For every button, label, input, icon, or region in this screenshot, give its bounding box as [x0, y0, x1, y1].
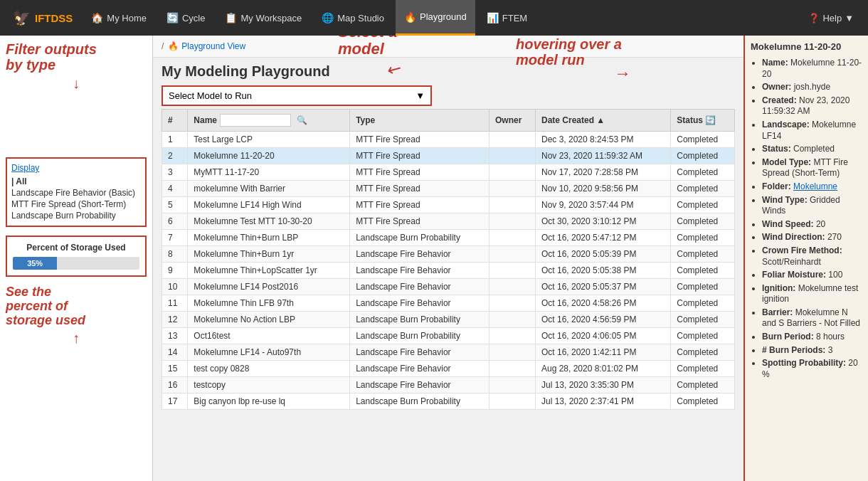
- metadata-item: Foliar Moisture: 100: [762, 270, 862, 281]
- table-row[interactable]: 16 testcopy Landscape Fire Behavior Jul …: [162, 377, 735, 393]
- cell-name[interactable]: Mokelumne No Action LBP: [188, 312, 350, 328]
- cell-name[interactable]: testcopy: [188, 377, 350, 393]
- cell-type: Landscape Fire Behavior: [350, 246, 489, 263]
- page-header: My Modeling Playground Select amodel ↙ V…: [153, 58, 743, 109]
- help-menu[interactable]: ❓ Help ▼: [800, 0, 862, 36]
- cell-name[interactable]: Mokelumne Thin LFB 97th: [188, 295, 350, 312]
- mapstudio-icon: 🌐: [322, 12, 334, 23]
- cell-status: Completed: [671, 197, 735, 213]
- table-row[interactable]: 7 Mokelumne Thin+Burn LBP Landscape Burn…: [162, 230, 735, 246]
- top-navigation: 🦅 IFTDSS 🏠 My Home 🔄 Cycle 📋 My Workspac…: [0, 0, 868, 36]
- nav-item-workspace[interactable]: 📋 My Workspace: [216, 0, 310, 36]
- cell-date: Oct 16, 2020 5:05:37 PM: [535, 279, 670, 295]
- table-row[interactable]: 15 test copy 0828 Landscape Fire Behavio…: [162, 361, 735, 377]
- col-date[interactable]: Date Created ▲: [535, 110, 670, 132]
- cell-name[interactable]: mokelumne With Barrier: [188, 181, 350, 197]
- table-row[interactable]: 10 Mokelumne LF14 Post2016 Landscape Fir…: [162, 279, 735, 295]
- cell-name[interactable]: Mokelumne LF14 High Wind: [188, 197, 350, 213]
- nav-workspace-label: My Workspace: [240, 13, 302, 23]
- metadata-value: 8 hours: [816, 332, 845, 342]
- workspace-icon: 📋: [225, 12, 237, 23]
- cell-name[interactable]: Mokelumne LF14 - Auto97th: [188, 344, 350, 361]
- cell-status: Completed: [671, 279, 735, 295]
- content-area: / 🔥 Playground View My Modeling Playgrou…: [153, 36, 743, 481]
- cell-name[interactable]: test copy 0828: [188, 361, 350, 377]
- table-row[interactable]: 13 Oct16test Landscape Burn Probability …: [162, 328, 735, 344]
- cell-name[interactable]: Mokelumne Test MTT 10-30-20: [188, 213, 350, 230]
- metadata-value: Completed: [793, 144, 835, 154]
- metadata-value: 100: [828, 270, 842, 280]
- filter-mtt[interactable]: MTT Fire Spread (Short-Term): [11, 199, 141, 210]
- table-row[interactable]: 11 Mokelumne Thin LFB 97th Landscape Fir…: [162, 295, 735, 312]
- home-icon: 🏠: [91, 12, 103, 23]
- cell-name[interactable]: Mokelumne Thin+LopScatter 1yr: [188, 263, 350, 279]
- metadata-item: Model Type: MTT Fire Spread (Short-Term): [762, 157, 862, 179]
- metadata-item: Burn Period: 8 hours: [762, 332, 862, 343]
- metadata-item: Wind Speed: 20: [762, 219, 862, 231]
- table-row[interactable]: 1 Test Large LCP MTT Fire Spread Dec 3, …: [162, 132, 735, 148]
- cell-type: MTT Fire Spread: [350, 164, 489, 181]
- table-row[interactable]: 6 Mokelumne Test MTT 10-30-20 MTT Fire S…: [162, 213, 735, 230]
- model-select-dropdown[interactable]: Select Model to Run ▼: [162, 85, 432, 106]
- filter-all[interactable]: | All: [11, 176, 141, 187]
- table-row[interactable]: 2 Mokelumne 11-20-20 MTT Fire Spread Nov…: [162, 148, 735, 164]
- nav-item-playground[interactable]: 🔥 Playground: [396, 0, 475, 36]
- metadata-item: # Burn Periods: 3: [762, 345, 862, 356]
- display-filter-box: Display | All Landscape Fire Behavior (B…: [6, 157, 147, 227]
- cell-name[interactable]: Big canyon lbp re-use lq: [188, 393, 350, 410]
- cell-type: Landscape Burn Probability: [350, 230, 489, 246]
- table-row[interactable]: 12 Mokelumne No Action LBP Landscape Bur…: [162, 312, 735, 328]
- table-row[interactable]: 17 Big canyon lbp re-use lq Landscape Bu…: [162, 393, 735, 410]
- cell-name[interactable]: MyMTT 11-17-20: [188, 164, 350, 181]
- nav-playground-label: Playground: [420, 11, 467, 22]
- metadata-item: Spotting Probability: 20 %: [762, 358, 862, 380]
- logo[interactable]: 🦅 IFTDSS: [6, 9, 80, 26]
- cell-type: Landscape Burn Probability: [350, 393, 489, 410]
- col-name[interactable]: Name 🔍: [188, 110, 350, 132]
- table-row[interactable]: 3 MyMTT 11-17-20 MTT Fire Spread Nov 17,…: [162, 164, 735, 181]
- cell-type: Landscape Fire Behavior: [350, 377, 489, 393]
- name-search-icon[interactable]: 🔍: [297, 115, 307, 125]
- table-row[interactable]: 5 Mokelumne LF14 High Wind MTT Fire Spre…: [162, 197, 735, 213]
- folder-link[interactable]: Mokelumne: [793, 181, 837, 191]
- breadcrumb: / 🔥 Playground View: [153, 36, 743, 58]
- nav-item-mapstudio[interactable]: 🌐 Map Studio: [313, 0, 393, 36]
- cell-owner: [489, 213, 535, 230]
- cell-date: Jul 13, 2020 3:35:30 PM: [535, 377, 670, 393]
- name-search-input[interactable]: [220, 114, 291, 127]
- cell-date: Jul 13, 2020 2:37:41 PM: [535, 393, 670, 410]
- nav-ftem-label: FTEM: [502, 13, 527, 23]
- table-row[interactable]: 4 mokelumne With Barrier MTT Fire Spread…: [162, 181, 735, 197]
- breadcrumb-playground-link[interactable]: 🔥 Playground View: [168, 41, 245, 51]
- model-select-label: Select Model to Run: [169, 90, 252, 101]
- col-owner: Owner: [489, 110, 535, 132]
- metadata-item: Name: Mokelumne 11-20-20: [762, 58, 862, 80]
- cell-status: Completed: [671, 344, 735, 361]
- nav-item-cycle[interactable]: 🔄 Cycle: [158, 0, 214, 36]
- table-row[interactable]: 9 Mokelumne Thin+LopScatter 1yr Landscap…: [162, 263, 735, 279]
- cell-name[interactable]: Mokelumne Thin+Burn 1yr: [188, 246, 350, 263]
- cell-status: Completed: [671, 312, 735, 328]
- right-panel-title: Mokelumne 11-20-20: [751, 41, 862, 52]
- refresh-icon[interactable]: 🔄: [705, 115, 716, 125]
- cell-status: Completed: [671, 148, 735, 164]
- nav-item-ftem[interactable]: 📊 FTEM: [478, 0, 536, 36]
- metadata-label: Owner:: [762, 82, 791, 92]
- cell-owner: [489, 377, 535, 393]
- cell-num: 2: [162, 148, 188, 164]
- nav-item-home[interactable]: 🏠 My Home: [83, 0, 155, 36]
- cell-name[interactable]: Mokelumne Thin+Burn LBP: [188, 230, 350, 246]
- metadata-label: Foliar Moisture:: [762, 270, 826, 280]
- cell-num: 3: [162, 164, 188, 181]
- filter-lfb[interactable]: Landscape Fire Behavior (Basic): [11, 187, 141, 199]
- table-row[interactable]: 14 Mokelumne LF14 - Auto97th Landscape F…: [162, 344, 735, 361]
- cell-name[interactable]: Oct16test: [188, 328, 350, 344]
- cell-name[interactable]: Mokelumne LF14 Post2016: [188, 279, 350, 295]
- filter-lbp[interactable]: Landscape Burn Probability: [11, 210, 141, 221]
- metadata-label: # Burn Periods:: [762, 345, 825, 355]
- display-label[interactable]: Display: [11, 163, 141, 173]
- table-container[interactable]: # Name 🔍 Type Owner Date Created ▲ Statu…: [153, 109, 743, 481]
- cell-name[interactable]: Mokelumne 11-20-20: [188, 148, 350, 164]
- table-row[interactable]: 8 Mokelumne Thin+Burn 1yr Landscape Fire…: [162, 246, 735, 263]
- cell-name[interactable]: Test Large LCP: [188, 132, 350, 148]
